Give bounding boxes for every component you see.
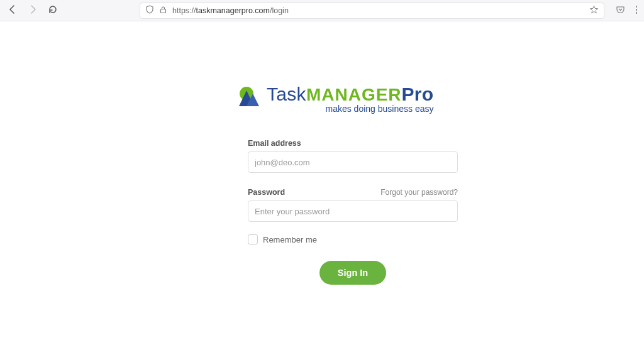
email-input[interactable]: [248, 151, 458, 173]
brand-word-task: Task: [267, 84, 306, 104]
password-field-block: Password Forgot your password?: [248, 188, 458, 222]
nav-forward-icon[interactable]: [28, 4, 38, 16]
brand-logo-text: TaskMANAGERPro: [267, 84, 433, 105]
lock-icon: [159, 6, 167, 16]
email-label: Email address: [248, 139, 458, 148]
page-body: TaskMANAGERPro makes doing business easy…: [0, 21, 644, 362]
pocket-icon[interactable]: [616, 5, 625, 16]
brand-logo: TaskMANAGERPro makes doing business easy: [239, 84, 465, 114]
nav-back-icon[interactable]: [8, 4, 18, 16]
url-prefix: https://: [172, 6, 196, 15]
shield-icon: [145, 5, 154, 16]
browser-chrome: https://taskmanagerpro.com/login: [0, 0, 644, 21]
brand-word-pro: Pro: [402, 84, 434, 104]
svg-rect-0: [161, 9, 166, 13]
forgot-password-link[interactable]: Forgot your password?: [380, 188, 458, 197]
brand-word-manager: MANAGER: [306, 85, 402, 104]
remember-me-label: Remember me: [263, 235, 317, 244]
email-field-block: Email address: [248, 139, 458, 173]
sign-in-button[interactable]: Sign In: [319, 261, 386, 285]
menu-icon[interactable]: [635, 5, 638, 16]
nav-reload-icon[interactable]: [48, 4, 58, 16]
url-text: https://taskmanagerpro.com/login: [172, 6, 584, 15]
password-label: Password: [248, 188, 285, 197]
url-path: /login: [270, 6, 289, 15]
password-input[interactable]: [248, 200, 458, 222]
bookmark-star-icon[interactable]: [589, 5, 599, 16]
remember-me-checkbox[interactable]: [248, 234, 258, 244]
brand-tagline: makes doing business easy: [267, 104, 433, 114]
login-container: TaskMANAGERPro makes doing business easy…: [239, 84, 465, 285]
url-bar[interactable]: https://taskmanagerpro.com/login: [140, 3, 604, 19]
remember-me-row: Remember me: [248, 234, 458, 244]
url-domain: taskmanagerpro.com: [196, 6, 270, 15]
login-form: Email address Password Forgot your passw…: [248, 139, 458, 285]
brand-logo-mark-icon: [239, 85, 260, 107]
